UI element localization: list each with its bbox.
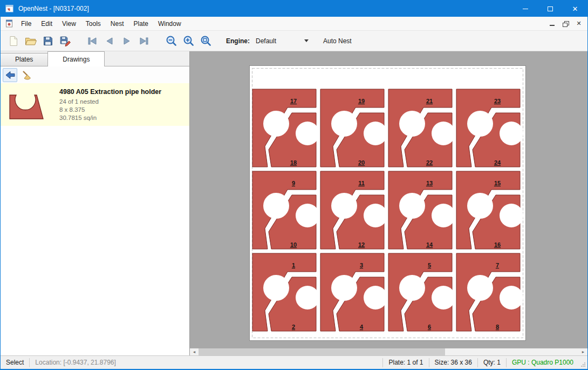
open-button[interactable] <box>22 33 39 49</box>
tab-drawings[interactable]: Drawings <box>47 51 105 66</box>
drawing-area: 30.7815 sq/in <box>59 115 161 121</box>
resize-grip[interactable] <box>579 356 587 369</box>
save-icon <box>43 36 53 46</box>
svg-text:7: 7 <box>496 262 499 268</box>
nav-previous-icon <box>105 37 114 45</box>
document-icon <box>5 19 13 28</box>
svg-text:2: 2 <box>292 324 295 330</box>
zoom-fit-icon <box>200 35 211 46</box>
svg-text:20: 20 <box>358 159 365 166</box>
open-folder-icon <box>25 36 37 46</box>
svg-text:15: 15 <box>494 180 501 186</box>
zoom-in-icon <box>183 35 194 46</box>
svg-text:19: 19 <box>358 98 365 104</box>
status-mode: Select <box>1 359 29 366</box>
status-gpu: GPU : Quadro P1000 <box>507 359 579 366</box>
import-drawing-button[interactable] <box>3 68 17 82</box>
maximize-icon <box>548 6 553 11</box>
part-thumbnail <box>9 89 45 121</box>
engine-value: Default <box>256 37 276 45</box>
svg-text:22: 22 <box>426 159 433 166</box>
sidebar: Plates Drawings <box>1 51 190 355</box>
first-plate-button[interactable] <box>84 33 101 49</box>
minimize-button[interactable] <box>513 1 538 17</box>
menu-window[interactable]: Window <box>153 17 186 30</box>
svg-text:3: 3 <box>360 262 363 268</box>
svg-text:9: 9 <box>292 180 295 186</box>
zoom-fit-button[interactable] <box>197 33 214 49</box>
new-file-icon <box>8 36 19 46</box>
status-size: Size: 36 x 36 <box>429 359 477 366</box>
horizontal-scrollbar[interactable]: ◄ ► <box>190 348 587 355</box>
scrollbar-thumb[interactable] <box>199 348 445 355</box>
svg-text:10: 10 <box>290 241 297 248</box>
app-icon <box>5 4 14 13</box>
new-button[interactable] <box>5 33 22 49</box>
import-arrow-icon <box>5 70 16 80</box>
scroll-left-button[interactable]: ◄ <box>190 348 199 355</box>
close-button[interactable]: ✕ <box>563 1 587 17</box>
svg-text:11: 11 <box>358 180 365 186</box>
last-plate-button[interactable] <box>135 33 153 49</box>
mdi-minimize-icon <box>550 25 555 26</box>
zoom-out-icon <box>166 35 177 46</box>
cleanup-button[interactable] <box>19 68 34 82</box>
mdi-minimize-button[interactable] <box>546 18 558 29</box>
drawings-toolbar <box>1 66 189 83</box>
auto-nest-button[interactable]: Auto Nest <box>320 35 355 47</box>
menu-nest[interactable]: Nest <box>106 17 129 30</box>
status-location: Location: [-0.9437, 21.8796] <box>30 359 121 366</box>
svg-text:13: 13 <box>426 180 433 186</box>
svg-text:6: 6 <box>428 324 431 330</box>
status-qty: Qty: 1 <box>478 359 506 366</box>
zoom-out-button[interactable] <box>162 33 180 49</box>
menu-file[interactable]: File <box>16 17 36 30</box>
save-as-icon <box>59 36 71 46</box>
mdi-restore-icon <box>563 21 568 26</box>
svg-text:17: 17 <box>290 98 297 104</box>
menu-plate[interactable]: Plate <box>129 17 153 30</box>
minimize-icon <box>523 9 528 9</box>
svg-text:14: 14 <box>426 241 433 248</box>
app-window: OpenNest - [N0317-002] ✕ File Edit View … <box>0 0 588 370</box>
svg-text:24: 24 <box>494 159 501 166</box>
broom-icon <box>22 70 32 80</box>
zoom-in-button[interactable] <box>180 33 197 49</box>
title-bar: OpenNest - [N0317-002] ✕ <box>1 1 587 17</box>
nest-plate-svg[interactable]: 171819202122232491011121314151612345678 <box>249 65 526 341</box>
drawing-nested-count: 24 of 1 nested <box>59 98 161 105</box>
maximize-button[interactable] <box>538 1 563 17</box>
svg-text:1: 1 <box>292 262 295 268</box>
svg-text:4: 4 <box>360 324 364 330</box>
nav-last-icon <box>139 37 149 45</box>
resize-grip-icon <box>580 362 586 367</box>
main-toolbar: Engine: Default Auto Nest <box>1 31 587 51</box>
status-plate: Plate: 1 of 1 <box>383 359 428 366</box>
menu-edit[interactable]: Edit <box>36 17 57 30</box>
engine-select[interactable]: Default <box>252 35 312 48</box>
svg-text:8: 8 <box>496 324 499 330</box>
mdi-restore-button[interactable] <box>559 18 571 29</box>
previous-plate-button[interactable] <box>101 33 118 49</box>
scroll-right-button[interactable]: ► <box>579 348 587 355</box>
nav-first-icon <box>87 37 97 45</box>
svg-text:12: 12 <box>358 241 365 248</box>
drawing-list-item[interactable]: 4980 A05 Extraction pipe holder 24 of 1 … <box>1 83 189 126</box>
next-plate-button[interactable] <box>118 33 135 49</box>
menu-bar: File Edit View Tools Nest Plate Window ✕ <box>1 17 587 31</box>
status-bar: Select Location: [-0.9437, 21.8796] Plat… <box>1 355 587 369</box>
mdi-close-button[interactable]: ✕ <box>573 18 585 29</box>
save-button[interactable] <box>39 33 57 49</box>
drawing-dimensions: 8 x 8.375 <box>59 106 161 113</box>
menu-view[interactable]: View <box>57 17 81 30</box>
tab-plates[interactable]: Plates <box>1 53 48 66</box>
engine-label: Engine: <box>226 37 250 45</box>
menu-tools[interactable]: Tools <box>81 17 106 30</box>
svg-text:23: 23 <box>494 98 501 104</box>
window-title: OpenNest - [N0317-002] <box>18 5 89 12</box>
nest-canvas[interactable]: 171819202122232491011121314151612345678 … <box>190 51 587 355</box>
svg-text:5: 5 <box>428 262 431 268</box>
drawing-title: 4980 A05 Extraction pipe holder <box>59 88 161 96</box>
svg-text:16: 16 <box>494 241 501 248</box>
save-as-button[interactable] <box>57 33 74 49</box>
